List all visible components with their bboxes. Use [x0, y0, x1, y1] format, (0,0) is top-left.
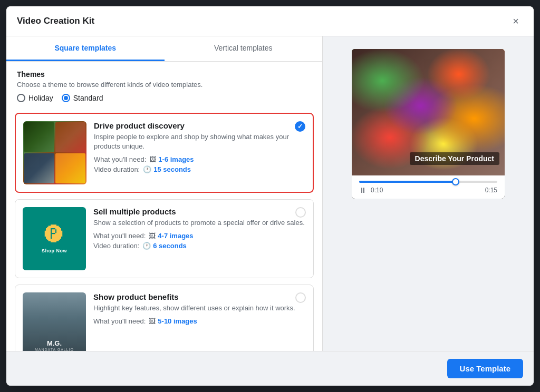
what-you-need-label-2: What you'll need: — [93, 232, 146, 240]
holiday-radio-circle — [17, 94, 25, 102]
theme-holiday-option[interactable]: Holiday — [17, 94, 53, 102]
video-thumbnail: Describe Your Product — [352, 49, 505, 175]
duration-1: 15 seconds — [153, 165, 191, 173]
fruit-thumbnail — [23, 121, 86, 184]
clock-icon-1: 🕐 — [143, 165, 151, 173]
template-name-3: Show product benefits — [93, 292, 306, 301]
image-icon-3: 🖼 — [149, 317, 156, 325]
right-panel: Describe Your Product ⏸ 0:10 0:15 — [323, 36, 534, 351]
theme-radio-group: Holiday Standard — [17, 94, 312, 102]
pause-button[interactable]: ⏸ — [359, 186, 367, 194]
template-info-1: Drive product discovery Inspire people t… — [94, 121, 305, 175]
template-info-2: Sell multiple products Show a selection … — [93, 207, 306, 252]
template-select-radio-3[interactable] — [295, 292, 306, 303]
template-meta-images-1: What you'll need: 🖼 1-6 images — [94, 155, 305, 163]
video-overlay-label: Describe Your Product — [410, 152, 499, 165]
modal-body: Square templates Vertical templates Them… — [6, 36, 534, 351]
image-icon-1: 🖼 — [149, 155, 156, 163]
shop-now-label: Shop Now — [42, 248, 67, 253]
video-preview: Describe Your Product ⏸ 0:10 0:15 — [352, 49, 505, 199]
template-thumbnail-2: 🅟 Shop Now — [23, 207, 86, 270]
left-panel: Square templates Vertical templates Them… — [6, 36, 323, 351]
modal-footer: Use Template — [6, 351, 534, 386]
theme-standard-option[interactable]: Standard — [62, 94, 103, 102]
video-duration-label-2: Video duration: — [93, 242, 139, 250]
thumb-cell-3 — [24, 153, 54, 183]
video-controls: ⏸ 0:10 0:15 — [352, 175, 505, 199]
template-meta-duration-2: Video duration: 🕐 6 seconds — [93, 242, 306, 250]
themes-section: Themes Choose a theme to browse differen… — [6, 62, 322, 109]
template-meta-images-3: What you'll need: 🖼 5-10 images — [93, 317, 306, 325]
clock-icon-2: 🕐 — [142, 242, 151, 250]
template-desc-1: Inspire people to explore and shop by sh… — [94, 132, 305, 151]
duration-2: 6 seconds — [153, 242, 187, 250]
shop-icon: 🅟 — [45, 224, 64, 246]
progress-knob[interactable] — [452, 178, 459, 185]
tabs-container: Square templates Vertical templates — [6, 36, 322, 62]
images-needed-1: 1-6 images — [158, 155, 194, 163]
template-card-drive-product-discovery[interactable]: Drive product discovery Inspire people t… — [15, 113, 314, 193]
template-info-3: Show product benefits Highlight key feat… — [93, 292, 306, 327]
images-needed-3: 5-10 images — [158, 317, 197, 325]
gray-thumbnail: M.G. MANDATA GALLIO — [23, 292, 86, 351]
modal-title: Video Creation Kit — [17, 16, 94, 26]
tab-square-templates[interactable]: Square templates — [6, 36, 165, 61]
teal-thumbnail: 🅟 Shop Now — [23, 207, 86, 270]
template-desc-3: Highlight key features, show different u… — [93, 303, 306, 313]
templates-list: Drive product discovery Inspire people t… — [6, 109, 322, 351]
use-template-button[interactable]: Use Template — [447, 359, 523, 378]
template-meta-duration-1: Video duration: 🕐 15 seconds — [94, 165, 305, 173]
video-duration-label-1: Video duration: — [94, 165, 140, 173]
modal-header: Video Creation Kit × — [6, 6, 534, 36]
mg-subtext: MANDATA GALLIO — [35, 348, 74, 351]
template-desc-2: Show a selection of products to promote … — [93, 218, 306, 228]
themes-title: Themes — [17, 70, 312, 79]
close-button[interactable]: × — [508, 14, 523, 28]
template-card-sell-multiple-products[interactable]: 🅟 Shop Now Sell multiple products Show a… — [15, 199, 314, 278]
thumb-cell-2 — [55, 122, 85, 152]
time-total: 0:15 — [485, 187, 497, 194]
template-meta-images-2: What you'll need: 🖼 4-7 images — [93, 232, 306, 240]
template-thumbnail-1 — [23, 121, 86, 184]
controls-row: ⏸ 0:10 0:15 — [359, 186, 497, 194]
standard-radio-circle — [62, 94, 70, 102]
template-card-show-product-benefits[interactable]: M.G. MANDATA GALLIO Show product benefit… — [15, 285, 314, 351]
holiday-label: Holiday — [28, 94, 53, 102]
standard-label: Standard — [73, 94, 103, 102]
themes-description: Choose a theme to browse different kinds… — [17, 81, 312, 89]
image-icon-2: 🖼 — [149, 232, 156, 240]
modal-overlay: Video Creation Kit × Square templates Ve… — [0, 0, 540, 392]
tab-vertical-templates[interactable]: Vertical templates — [165, 36, 323, 61]
progress-bar[interactable] — [359, 181, 497, 183]
thumb-cell-4 — [55, 153, 85, 183]
what-you-need-label-1: What you'll need: — [94, 155, 146, 163]
images-needed-2: 4-7 images — [158, 232, 193, 240]
template-select-radio-1[interactable] — [295, 121, 305, 132]
template-name-1: Drive product discovery — [94, 121, 305, 130]
template-thumbnail-3: M.G. MANDATA GALLIO — [23, 292, 86, 351]
time-current: 0:10 — [371, 187, 383, 194]
template-select-radio-2[interactable] — [295, 207, 306, 218]
progress-fill — [359, 181, 456, 183]
video-creation-kit-modal: Video Creation Kit × Square templates Ve… — [6, 6, 534, 386]
mg-text: M.G. — [47, 339, 62, 348]
template-name-2: Sell multiple products — [93, 207, 306, 216]
what-you-need-label-3: What you'll need: — [93, 317, 146, 325]
thumb-cell-1 — [24, 122, 54, 152]
